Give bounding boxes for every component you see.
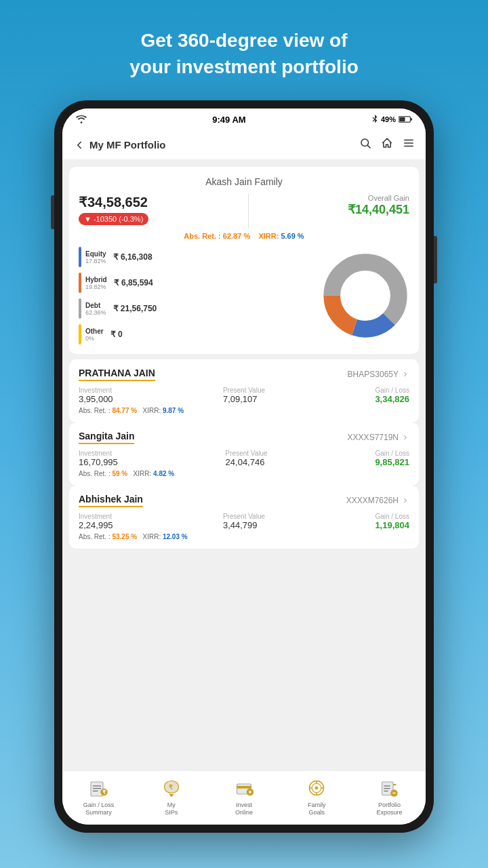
family-title: Akash Jain Family — [79, 176, 409, 187]
family-goals-icon — [306, 777, 327, 799]
equity-name: Equity — [85, 250, 106, 258]
svg-point-26 — [315, 787, 319, 790]
sips-icon: ₹ — [161, 777, 182, 799]
svg-text:₹: ₹ — [168, 784, 172, 791]
person-metrics-0: Investment 3,95,000 Present Value 7,09,1… — [79, 387, 409, 404]
person-name-2: Abhishek Jain — [79, 494, 143, 507]
debt-name: Debt — [85, 302, 106, 309]
battery-icon — [399, 115, 412, 123]
total-value-section: ₹34,58,652 ▼ -10350 (-0.3%) — [79, 194, 148, 225]
present-value-col-0: Present Value 7,09,107 — [223, 387, 265, 404]
hybrid-dot — [79, 273, 81, 293]
hybrid-pct: 19.82% — [85, 283, 107, 290]
exposure-icon — [378, 777, 400, 799]
person-card-1: Sangita Jain XXXXS7719N Investment 16,70… — [69, 422, 419, 486]
invest-label: InvestOnline — [235, 802, 253, 816]
person-abs-0: Abs. Ret. : 84.77 % XIRR: 9.87 % — [79, 407, 409, 414]
person-abs-1: Abs. Ret. : 59 % XIRR: 4.82 % — [79, 470, 409, 477]
nav-bar: My MF Portfolio — [62, 130, 426, 160]
nav-gain-loss[interactable]: ₹ Gain / LossSummary — [62, 777, 135, 816]
person-id-0[interactable]: BHAPS3065Y — [348, 370, 409, 379]
abs-ret-value: 62.87 % — [223, 232, 250, 240]
nav-portfolio-exposure[interactable]: PortfolioExposure — [353, 777, 426, 816]
person-card-2: Abhishek Jain XXXXM7626H Investment 2,24… — [69, 486, 419, 549]
status-bar: 9:49 AM 49% — [62, 108, 426, 130]
back-icon — [73, 139, 85, 151]
hero-text: Get 360-degree view of your investment p… — [89, 27, 399, 80]
side-button-left — [51, 195, 54, 229]
svg-rect-1 — [411, 119, 413, 121]
gain-loss-icon: ₹ — [88, 777, 110, 799]
change-badge: ▼ -10350 (-0.3%) — [79, 213, 148, 225]
sips-label: MySIPs — [165, 802, 178, 816]
svg-rect-32 — [393, 784, 396, 785]
bluetooth-icon — [371, 115, 378, 124]
phone-screen: 9:49 AM 49% My MF Po — [62, 108, 426, 825]
chevron-right-icon — [401, 370, 409, 378]
person-id-2[interactable]: XXXXM7626H — [346, 496, 409, 505]
xirr-label: XIRR: — [258, 232, 281, 240]
status-time: 9:49 AM — [212, 115, 245, 125]
portfolio-values: ₹34,58,652 ▼ -10350 (-0.3%) Overall Gain… — [79, 194, 409, 228]
gain-loss-col-0: Gain / Loss 3,34,826 — [375, 387, 409, 404]
person-name-0: PRATHANA JAIN — [79, 368, 155, 381]
svg-rect-20 — [237, 786, 251, 789]
exposure-label: PortfolioExposure — [376, 802, 402, 816]
battery-text: 49% — [381, 115, 396, 123]
chart-row: Equity 17.82% ₹ 6,16,308 Hybrid 19.82% — [79, 247, 409, 344]
other-dot — [79, 324, 81, 344]
menu-icon[interactable] — [403, 137, 415, 153]
other-info: Other 0% — [85, 328, 104, 342]
person-abs-2: Abs. Ret. : 53.25 % XIRR: 12.03 % — [79, 533, 409, 540]
nav-back[interactable]: My MF Portfolio — [73, 139, 166, 151]
investment-col-0: Investment 3,95,000 — [79, 387, 113, 404]
debt-value: ₹ 21,56,750 — [113, 304, 157, 313]
page-title: My MF Portfolio — [89, 139, 166, 151]
person-metrics-1: Investment 16,70,995 Present Value 24,04… — [79, 450, 409, 467]
other-name: Other — [85, 328, 104, 335]
investment-col-2: Investment 2,24,995 — [79, 513, 113, 530]
bottom-nav: ₹ Gain / LossSummary ₹ MySIPs — [62, 770, 426, 825]
present-value-col-1: Present Value 24,04,746 — [226, 450, 268, 467]
equity-dot — [79, 247, 81, 267]
abs-ret-row: Abs. Ret. : 62.87 % XIRR: 5.69 % — [79, 232, 409, 240]
person-header-2: Abhishek Jain XXXXM7626H — [79, 494, 409, 507]
person-cards: PRATHANA JAIN BHAPS3065Y Investment 3,95… — [69, 359, 419, 549]
nav-invest[interactable]: InvestOnline — [207, 777, 280, 816]
person-name-1: Sangita Jain — [79, 431, 134, 444]
other-value: ₹ 0 — [110, 330, 123, 339]
nav-sips[interactable]: ₹ MySIPs — [135, 777, 207, 816]
abs-ret-text: Abs. Ret. : — [184, 232, 222, 240]
gain-loss-col-1: Gain / Loss 9,85,821 — [375, 450, 409, 467]
category-equity: Equity 17.82% ₹ 6,16,308 — [79, 247, 321, 267]
search-icon[interactable] — [359, 137, 371, 153]
other-pct: 0% — [85, 335, 104, 342]
debt-info: Debt 62.36% — [85, 302, 106, 316]
chevron-right-icon — [401, 433, 409, 441]
person-header-1: Sangita Jain XXXXS7719N — [79, 431, 409, 444]
chevron-right-icon — [401, 496, 409, 505]
hero-line1: Get 360-degree view of — [129, 27, 359, 54]
person-id-1[interactable]: XXXXS7719N — [348, 433, 409, 442]
present-value-col-2: Present Value 3,44,799 — [223, 513, 265, 530]
gain-loss-col-2: Gain / Loss 1,19,804 — [375, 513, 409, 530]
main-content: Akash Jain Family ₹34,58,652 ▼ -10350 (-… — [62, 160, 426, 770]
person-card-0: PRATHANA JAIN BHAPS3065Y Investment 3,95… — [69, 359, 419, 422]
debt-pct: 62.36% — [85, 309, 106, 316]
status-right: 49% — [371, 115, 412, 124]
divider — [248, 194, 249, 228]
equity-value: ₹ 6,16,308 — [113, 252, 152, 262]
svg-point-3 — [361, 139, 369, 146]
home-icon[interactable] — [381, 137, 393, 153]
categories: Equity 17.82% ₹ 6,16,308 Hybrid 19.82% — [79, 247, 321, 344]
summary-card: Akash Jain Family ₹34,58,652 ▼ -10350 (-… — [69, 167, 419, 354]
hero-line2: your investment portfolio — [129, 54, 359, 80]
equity-pct: 17.82% — [85, 258, 106, 264]
family-goals-label: FamilyGoals — [308, 802, 326, 816]
xirr-value: 5.69 % — [281, 232, 304, 240]
nav-family-goals[interactable]: FamilyGoals — [281, 777, 353, 816]
total-value: ₹34,58,652 — [79, 194, 148, 210]
gain-section: Overall Gain ₹14,40,451 — [348, 194, 409, 217]
nav-actions — [359, 137, 415, 153]
person-header-0: PRATHANA JAIN BHAPS3065Y — [79, 368, 409, 381]
